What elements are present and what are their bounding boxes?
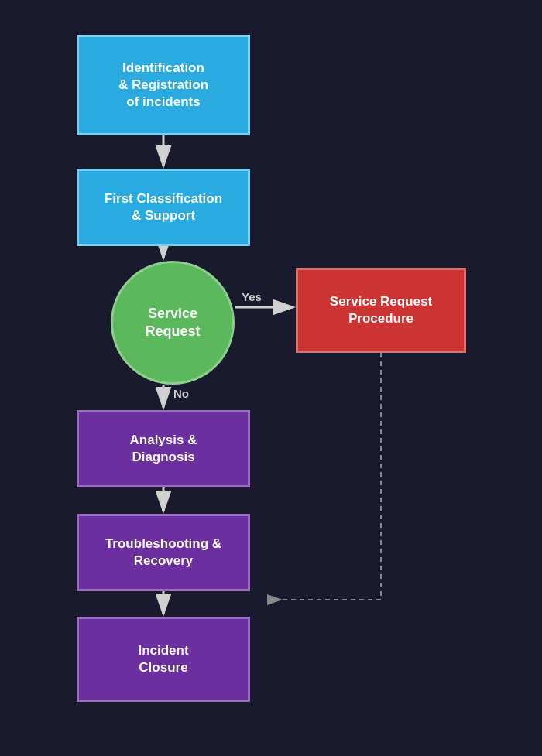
flowchart-diagram: Identification & Registration of inciden… xyxy=(0,0,542,756)
service-request-procedure-label: Service Request Procedure xyxy=(330,293,432,327)
identification-label: Identification & Registration of inciden… xyxy=(118,60,208,111)
troubleshooting-box: Troubleshooting & Recovery xyxy=(77,514,250,591)
analysis-label: Analysis & Diagnosis xyxy=(130,432,197,466)
service-request-procedure-box: Service Request Procedure xyxy=(296,268,466,353)
classification-label: First Classification & Support xyxy=(105,190,222,224)
service-request-circle: Service Request xyxy=(111,261,235,385)
service-request-label: Service Request xyxy=(145,305,200,341)
identification-box: Identification & Registration of inciden… xyxy=(77,35,250,135)
classification-box: First Classification & Support xyxy=(77,169,250,246)
troubleshooting-label: Troubleshooting & Recovery xyxy=(105,535,221,570)
analysis-box: Analysis & Diagnosis xyxy=(77,410,250,487)
yes-label: Yes xyxy=(242,290,262,303)
incident-closure-box: Incident Closure xyxy=(77,617,250,702)
no-label: No xyxy=(173,387,189,400)
incident-closure-label: Incident Closure xyxy=(138,642,188,676)
